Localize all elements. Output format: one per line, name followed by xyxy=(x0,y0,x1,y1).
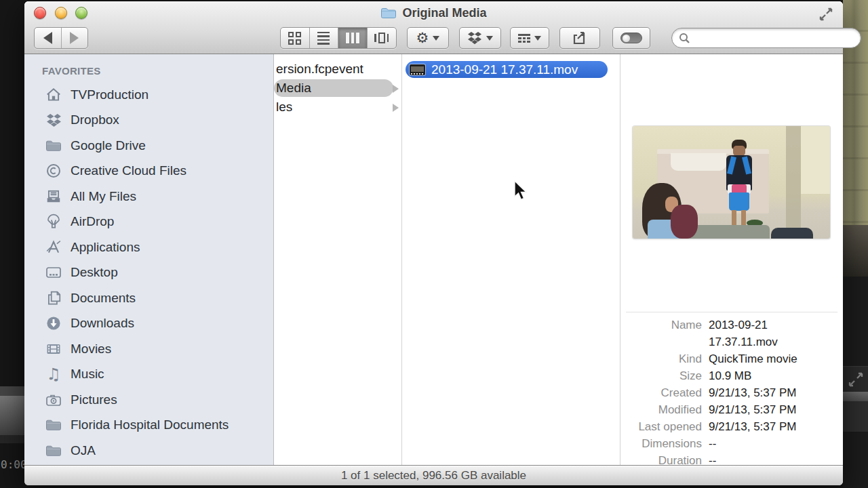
downloads-icon xyxy=(45,315,62,331)
sidebar-item-applications[interactable]: Applications xyxy=(24,235,273,260)
sidebar-item-label: Creative Cloud Files xyxy=(71,163,186,178)
background-divider xyxy=(0,386,24,396)
background-video-frame-dark xyxy=(843,225,868,277)
sidebar-item-documents[interactable]: Documents xyxy=(24,285,273,311)
dropbox-menu-button[interactable] xyxy=(459,27,501,49)
home-icon xyxy=(45,87,62,103)
sidebar-item-label: Pictures xyxy=(71,392,117,407)
sidebar-item-downloads[interactable]: Downloads xyxy=(24,311,273,337)
coverflow-view-icon xyxy=(374,33,389,43)
sidebar-item-airdrop[interactable]: AirDrop xyxy=(24,209,273,235)
background-left-panel: 0:00:2 xyxy=(0,0,24,488)
background-toolbar-cell xyxy=(843,366,868,392)
metadata-label: Modified xyxy=(626,401,709,418)
back-button[interactable] xyxy=(35,28,61,48)
window-header: Original Media xyxy=(24,1,843,54)
dropbox-icon xyxy=(45,112,62,128)
sidebar: FAVORITES TVProduction xyxy=(24,54,274,465)
applications-icon xyxy=(45,239,62,256)
metadata-label: Dimensions xyxy=(626,435,709,452)
metadata-row: Name 2013-09-21 17.37.11.mov xyxy=(626,317,837,350)
metadata-value: 9/21/13, 5:37 PM xyxy=(709,401,820,418)
music-icon: ♫ xyxy=(45,366,62,382)
metadata-row: Last opened 9/21/13, 5:37 PM xyxy=(626,418,837,435)
window-title-text: Original Media xyxy=(402,6,486,20)
forward-button[interactable] xyxy=(61,28,87,48)
screen: 0:00:2 xyxy=(0,0,868,488)
list-view-button[interactable] xyxy=(310,28,339,48)
dropbox-icon xyxy=(467,31,482,45)
metadata-value: 10.9 MB xyxy=(709,367,820,384)
movies-icon xyxy=(45,341,62,357)
arrange-menu-button[interactable] xyxy=(510,27,549,49)
nav-buttons xyxy=(34,27,88,49)
chevron-down-icon xyxy=(433,36,439,41)
metadata-label: Name xyxy=(626,317,709,350)
disclosure-arrow-icon xyxy=(393,104,399,112)
metadata-row: Dimensions -- xyxy=(626,435,837,452)
back-icon xyxy=(43,32,52,44)
sidebar-item-music[interactable]: ♫ Music xyxy=(24,362,273,388)
fullscreen-icon[interactable] xyxy=(818,7,833,22)
sidebar-item-desktop[interactable]: Desktop xyxy=(24,260,273,286)
coverflow-view-button[interactable] xyxy=(368,28,396,48)
share-button[interactable] xyxy=(559,27,600,49)
metadata-row: Created 9/21/13, 5:37 PM xyxy=(626,384,837,401)
metadata-label: Last opened xyxy=(626,418,709,435)
sidebar-item-label: Documents xyxy=(71,291,136,306)
file-item-label: ersion.fcpevent xyxy=(274,62,363,77)
metadata-row: Size 10.9 MB xyxy=(626,367,837,384)
icon-view-button[interactable] xyxy=(281,28,310,48)
chevron-down-icon xyxy=(534,36,541,41)
sidebar-item-label: AirDrop xyxy=(71,214,114,229)
sidebar-item-label: OJA xyxy=(71,443,96,458)
sidebar-item-tvproduction[interactable]: TVProduction xyxy=(24,82,273,108)
documents-icon xyxy=(45,290,62,306)
window-content: FAVORITES TVProduction xyxy=(24,54,843,465)
background-divider xyxy=(0,435,24,443)
search-field[interactable] xyxy=(671,28,861,48)
column-view-button[interactable] xyxy=(338,28,368,48)
expand-arrows-icon xyxy=(848,371,864,388)
search-input[interactable] xyxy=(694,30,861,46)
sidebar-item-oja[interactable]: OJA xyxy=(24,438,273,464)
sidebar-item-movies[interactable]: Movies xyxy=(24,336,273,362)
browser-column-1: ersion.fcpevent Media les xyxy=(274,54,402,465)
sidebar-item-creative-cloud[interactable]: Creative Cloud Files xyxy=(24,159,273,184)
selected-file-row[interactable]: 2013-09-21 17.37.11.mov xyxy=(406,61,608,78)
file-item-fcpevent[interactable]: ersion.fcpevent xyxy=(274,60,401,79)
creative-cloud-icon xyxy=(45,163,62,179)
sidebar-item-dropbox[interactable]: Dropbox xyxy=(24,108,273,134)
status-bar: 1 of 1 selected, 996.56 GB available xyxy=(24,465,843,485)
folder-item-render-files[interactable]: les xyxy=(274,98,401,117)
forward-icon xyxy=(70,32,79,44)
sidebar-item-label: Movies xyxy=(71,342,111,357)
sidebar-item-pictures[interactable]: Pictures xyxy=(24,387,273,413)
status-text: 1 of 1 selected, 996.56 GB available xyxy=(341,469,526,483)
sidebar-item-florida-hospital-documents[interactable]: Florida Hospital Documents xyxy=(24,413,273,439)
preview-thumbnail[interactable] xyxy=(633,126,830,239)
folder-item-media[interactable]: Media xyxy=(274,79,401,98)
metadata-label: Size xyxy=(626,367,709,384)
column-view-icon xyxy=(346,33,359,43)
folder-icon xyxy=(45,417,62,433)
metadata-row: Kind QuickTime movie xyxy=(626,350,837,367)
sidebar-item-label: TVProduction xyxy=(71,87,149,102)
movie-thumbnail-icon xyxy=(410,64,425,75)
sidebar-item-all-my-files[interactable]: All My Files xyxy=(24,184,273,209)
folder-icon xyxy=(45,138,62,154)
arrange-icon xyxy=(518,34,530,43)
sidebar-item-label: Google Drive xyxy=(71,138,146,153)
toggle-button[interactable] xyxy=(612,27,650,49)
sidebar-item-label: Downloads xyxy=(71,316,134,331)
sidebar-item-label: Music xyxy=(71,367,104,382)
sidebar-item-google-drive[interactable]: Google Drive xyxy=(24,133,273,159)
background-right-panel xyxy=(843,0,868,488)
sidebar-item-label: All My Files xyxy=(71,189,136,204)
sidebar-item-label: Desktop xyxy=(71,265,118,280)
all-my-files-icon xyxy=(45,188,62,205)
action-menu-button[interactable]: ⚙ xyxy=(407,27,449,49)
gear-icon: ⚙ xyxy=(416,31,429,45)
folder-item-label: les xyxy=(274,100,292,115)
metadata-value: QuickTime movie xyxy=(709,350,820,367)
